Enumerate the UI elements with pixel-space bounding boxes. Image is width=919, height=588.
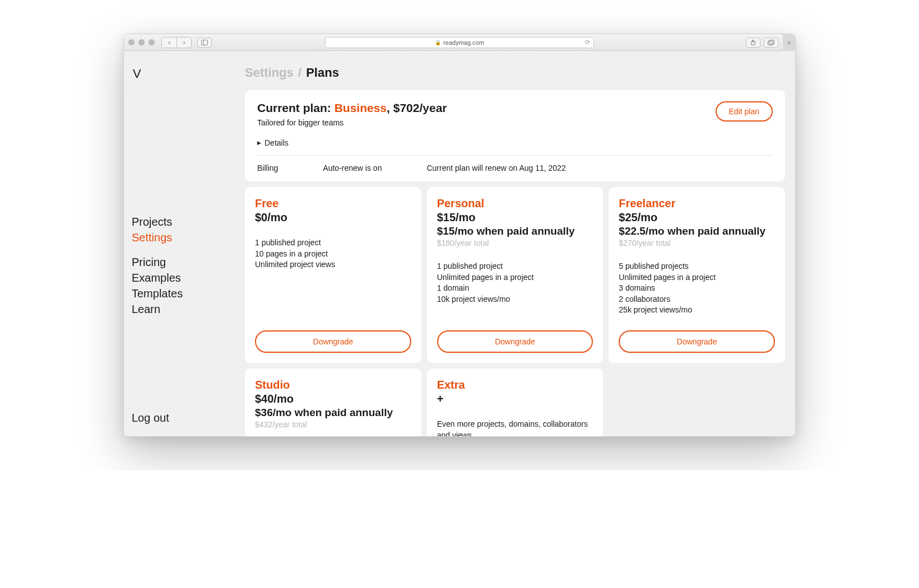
plan-feature: Unlimited project views (255, 259, 411, 270)
downgrade-button[interactable]: Downgrade (619, 330, 775, 353)
sidebar-item-settings[interactable]: Settings (132, 230, 242, 245)
plan-title: Free (255, 197, 411, 210)
app-body: V Projects Settings Pricing Examples Tem… (124, 51, 795, 436)
details-label: Details (264, 138, 289, 147)
reload-icon[interactable]: ⟳ (585, 39, 590, 46)
sidebar-item-pricing[interactable]: Pricing (132, 255, 242, 269)
plan-feature: 3 domains (619, 283, 775, 294)
plan-annual-total: $180/year total (437, 239, 593, 248)
plan-title: Freelancer (619, 197, 775, 210)
sidebar-item-projects[interactable]: Projects (132, 214, 242, 229)
breadcrumb-separator: / (298, 66, 301, 80)
plan-feature: 10k project views/mo (437, 294, 593, 305)
plan-feature: 1 published project (437, 261, 593, 272)
nav-buttons: ‹ › (161, 37, 192, 48)
auto-renew-label: Auto-renew is on (323, 164, 382, 172)
billing-label: Billing (257, 164, 278, 172)
plan-annual-price: $15/mo when paid annually (437, 225, 593, 237)
edit-plan-button[interactable]: Edit plan (716, 101, 773, 122)
renew-date-text: Current plan will renew on Aug 11, 2022 (426, 164, 565, 172)
plan-feature: 2 collaborators (619, 294, 775, 305)
breadcrumb-parent[interactable]: Settings (245, 66, 294, 80)
lock-icon: 🔒 (435, 40, 441, 45)
extra-description: Even more projects, domains, collaborato… (437, 419, 593, 436)
share-icon[interactable] (746, 38, 760, 48)
plan-features: 1 published project 10 pages in a projec… (255, 237, 411, 270)
current-plan-price: , $702/year (387, 101, 447, 114)
plan-feature: 1 published project (255, 237, 411, 249)
browser-toolbar: ‹ › 🔒 readymag.com ⟳ + (124, 34, 795, 51)
logout-link[interactable]: Log out (132, 410, 242, 425)
plan-features: 1 published project Unlimited pages in a… (437, 261, 593, 305)
sidebar: V Projects Settings Pricing Examples Tem… (124, 51, 242, 436)
url-host: readymag.com (443, 39, 484, 46)
plan-annual-total: $270/year total (619, 239, 775, 248)
downgrade-button[interactable]: Downgrade (255, 330, 411, 353)
back-button[interactable]: ‹ (162, 38, 177, 48)
current-plan-name: Business (335, 101, 387, 114)
plan-card-extra: Extra + Even more projects, domains, col… (427, 368, 604, 436)
plan-feature: 10 pages in a project (255, 249, 411, 260)
plan-price: $40/mo (255, 393, 411, 405)
plan-title: Studio (255, 379, 411, 391)
plan-price: $15/mo (437, 211, 593, 224)
breadcrumb-current: Plans (306, 66, 339, 80)
logo[interactable]: V (133, 67, 242, 87)
plan-title: Personal (437, 197, 593, 210)
plan-card-free: Free $0/mo 1 published project 10 pages … (245, 187, 421, 363)
close-window-icon[interactable] (128, 39, 134, 45)
plan-feature: 25k project views/mo (619, 305, 775, 316)
main-content: Settings / Plans Current plan: Business,… (242, 51, 795, 436)
svg-rect-4 (769, 40, 774, 44)
breadcrumb: Settings / Plans (245, 66, 785, 80)
current-plan-line: Current plan: Business, $702/year (257, 101, 447, 115)
new-tab-button[interactable]: + (783, 34, 795, 51)
browser-window: ‹ › 🔒 readymag.com ⟳ + V Projects (123, 34, 796, 437)
plan-card-personal: Personal $15/mo $15/mo when paid annuall… (427, 187, 604, 363)
minimize-window-icon[interactable] (138, 39, 145, 45)
plan-feature: 5 published projects (619, 261, 775, 272)
current-plan-panel: Current plan: Business, $702/year Tailor… (245, 90, 785, 181)
sidebar-item-learn[interactable]: Learn (132, 302, 242, 316)
plan-annual-total: $432/year total (255, 420, 411, 429)
plan-title: Extra (437, 379, 593, 391)
billing-row: Billing Auto-renew is on Current plan wi… (257, 155, 773, 172)
plan-price: $0/mo (255, 211, 411, 224)
toolbar-right: + (746, 34, 791, 51)
downgrade-button[interactable]: Downgrade (437, 330, 593, 353)
plan-feature: Unlimited pages in a project (619, 272, 775, 283)
plan-features: 5 published projects Unlimited pages in … (619, 261, 775, 316)
sidebar-toggle-icon[interactable] (197, 38, 212, 48)
details-toggle[interactable]: Details (257, 138, 773, 147)
sidebar-item-examples[interactable]: Examples (132, 270, 242, 285)
sidebar-footer: Log out (132, 410, 242, 425)
plan-feature: 1 domain (437, 283, 593, 294)
plan-feature: Unlimited pages in a project (437, 272, 593, 283)
url-bar[interactable]: 🔒 readymag.com ⟳ (325, 37, 594, 48)
plan-card-freelancer: Freelancer $25/mo $22.5/mo when paid ann… (609, 187, 785, 363)
plan-card-studio: Studio $40/mo $36/mo when paid annually … (245, 368, 421, 436)
plans-grid: Free $0/mo 1 published project 10 pages … (245, 187, 785, 436)
current-plan-subtitle: Tailored for bigger teams (257, 118, 447, 127)
plan-annual-price: $36/mo when paid annually (255, 407, 411, 419)
current-plan-prefix: Current plan: (257, 101, 335, 114)
plan-annual-price: $22.5/mo when paid annually (619, 225, 775, 237)
tabs-overview-icon[interactable] (764, 38, 778, 48)
extra-plus-icon: + (437, 393, 593, 405)
sidebar-nav: Projects Settings Pricing Examples Templ… (132, 214, 242, 316)
forward-button[interactable]: › (177, 38, 191, 48)
traffic-lights (128, 39, 155, 45)
svg-rect-0 (202, 40, 208, 45)
sidebar-item-templates[interactable]: Templates (132, 286, 242, 301)
maximize-window-icon[interactable] (148, 39, 155, 45)
plan-price: $25/mo (619, 211, 775, 224)
svg-rect-3 (768, 41, 773, 45)
